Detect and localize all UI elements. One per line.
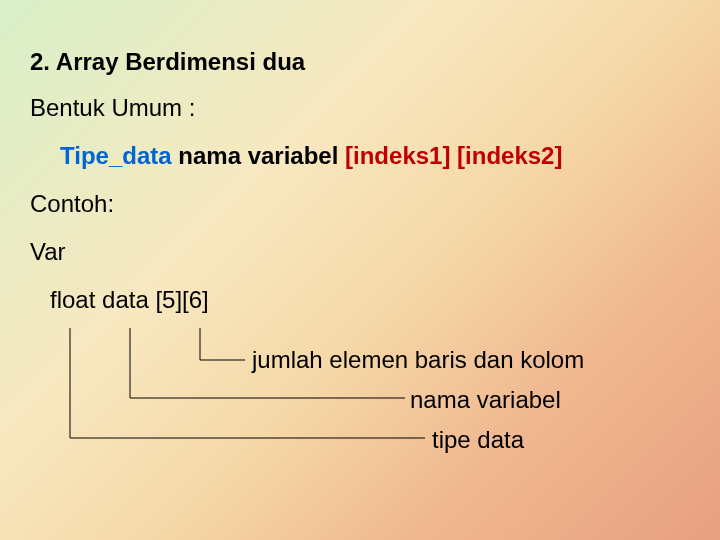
annotation-jumlah-elemen: jumlah elemen baris dan kolom [252, 346, 584, 374]
syntax-line: Tipe_data nama variabel [indeks1] [indek… [60, 142, 690, 170]
syntax-nama-variabel: nama variabel [172, 142, 345, 169]
declaration-example: float data [5][6] [50, 286, 690, 314]
slide: 2. Array Berdimensi dua Bentuk Umum : Ti… [0, 0, 720, 478]
label-contoh: Contoh: [30, 190, 690, 218]
syntax-indeks2: [indeks2] [457, 142, 562, 169]
syntax-tipe-data: Tipe_data [60, 142, 172, 169]
heading: 2. Array Berdimensi dua [30, 48, 690, 76]
annotation-block: jumlah elemen baris dan kolom nama varia… [30, 328, 690, 478]
syntax-indeks1: [indeks1] [345, 142, 450, 169]
label-var: Var [30, 238, 690, 266]
label-bentuk-umum: Bentuk Umum : [30, 94, 690, 122]
annotation-tipe-data: tipe data [432, 426, 524, 454]
annotation-nama-variabel: nama variabel [410, 386, 561, 414]
